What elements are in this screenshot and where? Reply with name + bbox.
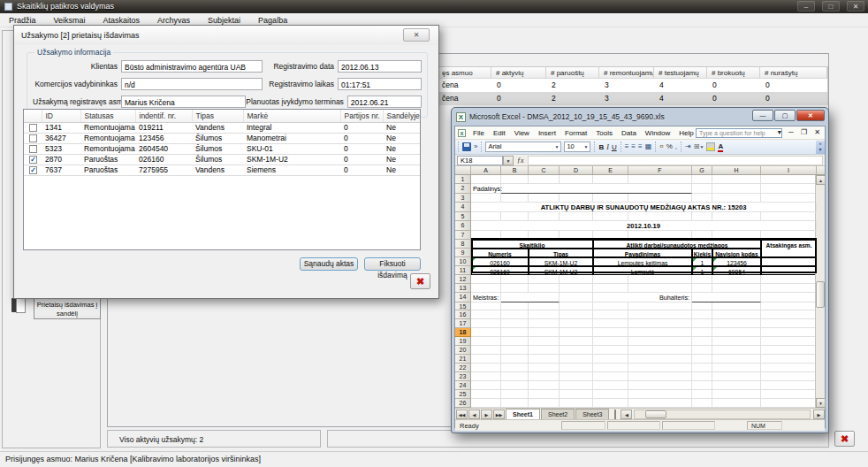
device-checkbox[interactable] [29, 134, 37, 142]
spreadsheet-cell[interactable] [560, 319, 593, 328]
spreadsheet-cell[interactable] [529, 310, 560, 319]
spreadsheet-cell[interactable] [529, 231, 560, 240]
row-header[interactable]: 1 [455, 175, 471, 184]
toolbar-options-icon[interactable]: » [474, 141, 477, 153]
spreadsheet-cell[interactable] [761, 175, 817, 184]
spreadsheet-cell[interactable] [628, 328, 692, 337]
spreadsheet-cell[interactable] [560, 175, 593, 184]
spreadsheet-cell[interactable] [761, 364, 817, 372]
scroll-up-icon[interactable]: ▲ [816, 175, 826, 185]
spreadsheet-cell[interactable] [501, 390, 529, 399]
spreadsheet-cell[interactable] [712, 346, 761, 355]
spreadsheet-cell[interactable] [560, 302, 593, 311]
vscroll-thumb[interactable] [816, 281, 825, 308]
spreadsheet-cell[interactable] [501, 399, 529, 408]
spreadsheet-cell[interactable] [593, 328, 628, 337]
spreadsheet-cell[interactable] [692, 275, 712, 284]
select-all-corner[interactable] [455, 166, 471, 174]
app-menu-item[interactable]: Archyvas [148, 16, 199, 25]
spreadsheet-cell[interactable] [593, 302, 628, 311]
spreadsheet-cell[interactable] [471, 319, 501, 328]
vadybininkas-field[interactable]: n/d [121, 78, 263, 90]
spreadsheet-cell[interactable] [560, 328, 593, 337]
spreadsheet-cell[interactable] [692, 390, 712, 399]
spreadsheet-cell[interactable] [628, 390, 692, 399]
spreadsheet-cell[interactable] [761, 212, 817, 221]
spreadsheet-cell[interactable] [712, 284, 761, 293]
spreadsheet-cell[interactable] [471, 310, 501, 319]
spreadsheet-cell[interactable] [560, 310, 593, 319]
registravimo-data-field[interactable]: 2012.06.13 [338, 60, 422, 73]
column-header[interactable]: D [560, 166, 593, 174]
scroll-down-icon[interactable]: ▼ [816, 398, 826, 408]
hscroll-left-icon[interactable]: ◀ [621, 410, 632, 419]
minimize-button[interactable]: – [797, 1, 815, 11]
row-header[interactable]: 3 [455, 194, 471, 203]
spreadsheet-cell[interactable] [560, 381, 593, 390]
spreadsheet-cell[interactable] [501, 355, 529, 364]
devices-header-cell[interactable]: Statusas [80, 110, 135, 122]
align-center-icon[interactable]: ≡ [631, 141, 636, 153]
spreadsheet-cell[interactable] [712, 337, 761, 346]
spreadsheet-cell[interactable]: Navision kodas [712, 249, 761, 257]
spreadsheet-cell[interactable] [692, 302, 712, 311]
spreadsheet-cell[interactable] [471, 302, 501, 311]
spreadsheet-cell[interactable] [692, 212, 712, 221]
close-button[interactable]: ✕ [847, 1, 864, 11]
fill-color-icon[interactable] [706, 142, 715, 151]
spreadsheet-cell[interactable]: Tipas [529, 249, 593, 257]
app-menu-item[interactable]: Veiksmai [45, 16, 95, 25]
spreadsheet-cell[interactable] [761, 381, 817, 390]
spreadsheet-cell[interactable] [593, 372, 628, 381]
row-header[interactable]: 8 [455, 240, 471, 249]
row-header[interactable]: 5 [455, 212, 471, 221]
spreadsheet-cell[interactable] [712, 328, 761, 337]
excel-menu-item[interactable]: Help [674, 129, 697, 137]
row-header[interactable]: 26 [455, 399, 471, 408]
column-header[interactable]: C [529, 166, 560, 174]
spreadsheet-cell[interactable] [529, 399, 560, 408]
spreadsheet-cell[interactable] [712, 390, 761, 399]
hscroll-right-icon[interactable]: ▶ [813, 410, 825, 419]
spreadsheet-cell[interactable] [593, 355, 628, 364]
spreadsheet-cell[interactable] [628, 275, 692, 284]
spreadsheet-cell[interactable] [529, 284, 560, 293]
excel-close-button[interactable]: ✕ [796, 110, 825, 121]
device-row[interactable]: 5323Remontuojamas2604540ŠilumosSKU-010Ne [24, 143, 421, 154]
italic-icon[interactable]: I [606, 143, 609, 151]
spreadsheet-cell[interactable] [501, 275, 529, 284]
row-header[interactable]: 6 [455, 221, 471, 231]
devices-header-cell[interactable]: Tipas [192, 110, 243, 122]
spreadsheet-cell[interactable]: Atsakingas asm. [761, 240, 817, 257]
column-header[interactable]: F [628, 166, 692, 174]
device-row[interactable]: ✓2870Paruoštas026160ŠilumosSKM-1M-U20Ne [24, 154, 421, 165]
spreadsheet-cell[interactable] [471, 328, 501, 337]
spreadsheet-cell[interactable] [593, 319, 628, 328]
spreadsheet-cell[interactable] [628, 310, 692, 319]
spreadsheet-cell[interactable] [529, 212, 560, 221]
sheet-tab[interactable]: Sheet3 [575, 409, 609, 419]
spreadsheet-cell[interactable] [761, 284, 817, 293]
spreadsheet-cell[interactable] [501, 184, 692, 194]
align-right-icon[interactable]: ≡ [638, 141, 643, 153]
spreadsheet-cell[interactable] [692, 284, 712, 293]
spreadsheet-cell[interactable] [712, 364, 761, 372]
spreadsheet-cell[interactable] [761, 302, 817, 311]
spreadsheet-cell[interactable] [501, 310, 529, 319]
formula-input[interactable] [528, 156, 823, 165]
spreadsheet-cell[interactable] [560, 275, 593, 284]
next-sheet-icon[interactable]: ▶ [481, 410, 492, 419]
excel-menu-item[interactable]: Tools [591, 129, 617, 137]
excel-menu-item[interactable]: Insert [534, 129, 560, 137]
spreadsheet-cell[interactable] [529, 194, 560, 203]
spreadsheet-cell[interactable] [712, 194, 761, 203]
spreadsheet-cell[interactable]: Pavadinimas [593, 249, 692, 257]
column-header[interactable]: G [692, 166, 712, 174]
sanaudu-aktas-button[interactable]: Sąnaudų aktas [300, 257, 358, 271]
column-header[interactable]: A [471, 166, 501, 174]
bold-icon[interactable]: B [598, 143, 604, 151]
borders-icon[interactable]: ⊞▼ [694, 141, 704, 153]
ivykdymo-terminas-field[interactable]: 2012.06.21 [347, 96, 422, 108]
spreadsheet-cell[interactable] [712, 310, 761, 319]
spreadsheet-cell[interactable] [560, 194, 593, 203]
